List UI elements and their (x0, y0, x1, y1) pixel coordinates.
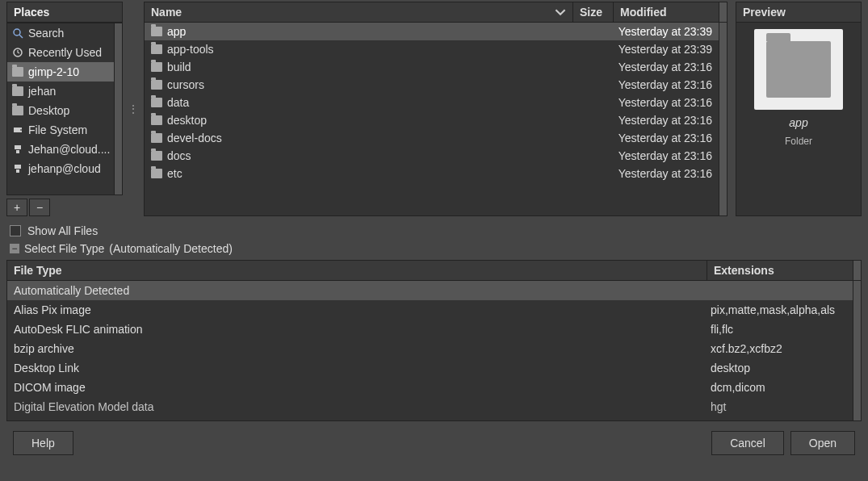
place-item[interactable]: Jehan@cloud.... (7, 140, 122, 159)
show-all-files-row[interactable]: Show All Files (10, 224, 858, 237)
svg-rect-8 (16, 169, 19, 173)
places-sidebar: Places SearchRecently Usedgimp-2-10jehan… (6, 2, 123, 216)
file-row[interactable]: appYesterday at 23:39 (145, 23, 719, 40)
file-list: Name Size Modified appYesterday at 23:39… (144, 2, 728, 216)
minus-icon: − (10, 244, 19, 253)
places-scrollbar[interactable] (114, 23, 122, 194)
place-label: gimp-2-10 (28, 65, 79, 78)
place-item[interactable]: Recently Used (7, 43, 122, 62)
file-row[interactable]: etcYesterday at 23:16 (145, 165, 719, 182)
add-place-button[interactable]: + (6, 199, 27, 216)
remove-place-button[interactable]: − (29, 199, 50, 216)
places-list: SearchRecently Usedgimp-2-10jehanDesktop… (6, 23, 123, 195)
file-row[interactable]: cursorsYesterday at 23:16 (145, 76, 719, 94)
place-item[interactable]: gimp-2-10 (7, 62, 122, 82)
file-row[interactable]: dataYesterday at 23:16 (145, 94, 719, 111)
select-file-type-expander[interactable]: − Select File Type (Automatically Detect… (10, 242, 858, 255)
filetype-ext: fli,flc (707, 323, 853, 336)
filetype-ext (707, 284, 853, 297)
file-modified: Yesterday at 23:16 (614, 96, 719, 109)
column-file-type[interactable]: File Type (7, 261, 707, 280)
file-name: devel-docs (167, 132, 222, 144)
file-modified: Yesterday at 23:16 (614, 78, 719, 91)
pane-splitter[interactable]: ⋮ (131, 2, 136, 216)
drive-icon (12, 124, 23, 136)
folder-icon (151, 44, 162, 54)
file-name: app (167, 25, 186, 38)
filetype-name: bzip archive (7, 342, 707, 355)
recent-icon (12, 47, 23, 58)
file-type-table: File Type Extensions Automatically Detec… (6, 260, 862, 421)
auto-detected-suffix: (Automatically Detected) (109, 242, 233, 255)
folder-icon (12, 66, 23, 77)
svg-rect-7 (15, 165, 21, 169)
folder-icon (151, 98, 162, 107)
show-all-checkbox[interactable] (10, 225, 21, 236)
filetype-row[interactable]: DICOM imagedcm,dicom (7, 378, 853, 397)
place-item[interactable]: jehanp@cloud (7, 159, 122, 178)
file-row[interactable]: buildYesterday at 23:16 (145, 58, 719, 76)
file-modified: Yesterday at 23:39 (614, 43, 719, 56)
open-button[interactable]: Open (790, 431, 855, 455)
filelist-scrollbar-header (719, 2, 727, 22)
preview-item-name: app (789, 116, 807, 129)
filetype-row[interactable]: Digital Elevation Model datahgt (7, 397, 853, 416)
filetype-scrollbar-header (853, 261, 861, 280)
place-label: jehanp@cloud (28, 162, 101, 175)
preview-pane: Preview app Folder (736, 2, 862, 216)
filetype-row[interactable]: Automatically Detected (7, 281, 853, 300)
svg-line-1 (19, 35, 23, 38)
filetype-row[interactable]: bzip archivexcf.bz2,xcfbz2 (7, 339, 853, 358)
filetype-scrollbar[interactable] (853, 281, 861, 420)
folder-icon (151, 62, 162, 72)
place-item[interactable]: Desktop (7, 101, 122, 120)
search-icon (12, 27, 23, 39)
folder-icon (151, 27, 162, 36)
file-modified: Yesterday at 23:16 (614, 167, 719, 180)
svg-point-4 (20, 129, 22, 131)
folder-icon (151, 133, 162, 143)
chevron-down-icon (555, 6, 566, 18)
folder-icon (151, 115, 162, 125)
file-row[interactable]: app-toolsYesterday at 23:39 (145, 40, 719, 58)
places-header: Places (6, 2, 123, 23)
folder-icon (12, 105, 23, 116)
preview-item-type: Folder (785, 136, 812, 147)
place-item[interactable]: jehan (7, 82, 122, 101)
place-label: Search (28, 27, 64, 40)
cancel-button[interactable]: Cancel (711, 431, 784, 455)
file-row[interactable]: docsYesterday at 23:16 (145, 147, 719, 165)
file-modified: Yesterday at 23:16 (614, 132, 719, 144)
filelist-scrollbar[interactable] (719, 23, 727, 215)
file-name: desktop (167, 114, 207, 127)
file-name: cursors (167, 78, 204, 91)
filetype-row[interactable]: Alias Pix imagepix,matte,mask,alpha,als (7, 300, 853, 320)
filetype-ext: desktop (707, 362, 853, 374)
file-row[interactable]: devel-docsYesterday at 23:16 (145, 129, 719, 147)
folder-icon (151, 80, 162, 90)
show-all-label: Show All Files (27, 224, 98, 237)
column-extensions[interactable]: Extensions (707, 261, 853, 280)
place-item[interactable]: Search (7, 23, 122, 43)
place-item[interactable]: File System (7, 120, 122, 140)
file-row[interactable]: desktopYesterday at 23:16 (145, 111, 719, 129)
filetype-ext: dcm,dicom (707, 381, 853, 394)
help-button[interactable]: Help (13, 431, 73, 455)
file-name: app-tools (167, 43, 214, 56)
place-label: File System (28, 123, 87, 136)
filetype-row[interactable]: Desktop Linkdesktop (7, 358, 853, 378)
column-modified[interactable]: Modified (614, 2, 719, 22)
filetype-ext: hgt (707, 400, 853, 413)
filetype-row[interactable]: AutoDesk FLIC animationfli,flc (7, 320, 853, 339)
column-name[interactable]: Name (145, 2, 573, 22)
file-name: build (167, 61, 191, 73)
file-name: data (167, 96, 189, 109)
network-icon (12, 144, 23, 155)
svg-rect-6 (16, 150, 19, 153)
file-modified: Yesterday at 23:16 (614, 61, 719, 73)
column-size[interactable]: Size (573, 2, 614, 22)
preview-header: Preview (736, 2, 861, 23)
preview-thumbnail (754, 29, 843, 110)
network-icon (12, 163, 23, 174)
filetype-name: DICOM image (7, 381, 707, 394)
